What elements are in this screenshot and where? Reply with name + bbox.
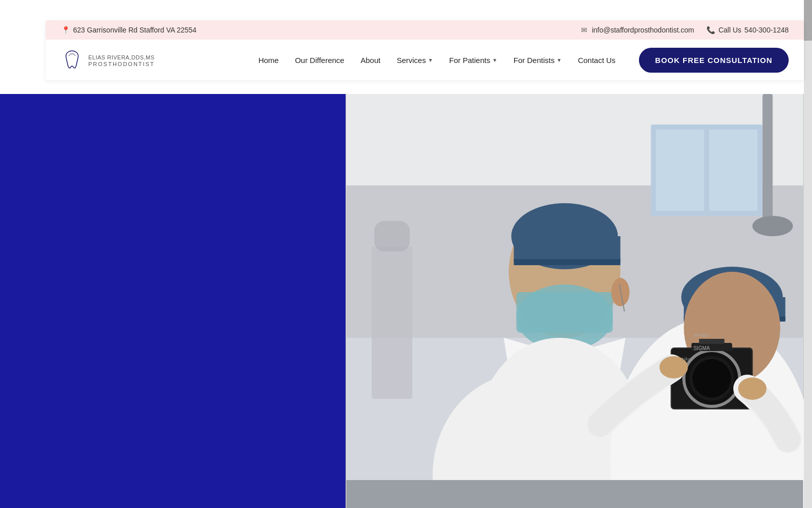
svg-rect-14	[517, 292, 613, 333]
nav-our-difference[interactable]: Our Difference	[287, 40, 352, 80]
nav-for-dentists[interactable]: For Dentists ▼	[505, 40, 570, 80]
logo-text: ELIAS RIVERA,DDS,MS PROSTHODONTIST	[88, 53, 155, 68]
main-content: SIGMA AF-500 Nikon	[0, 94, 804, 508]
svg-text:Nikon: Nikon	[682, 357, 693, 362]
svg-point-7	[753, 216, 793, 236]
services-chevron-icon: ▼	[428, 57, 433, 63]
phone-icon: 📞	[706, 25, 716, 35]
right-panel: SIGMA AF-500 Nikon	[346, 94, 804, 508]
nav-services[interactable]: Services ▼	[389, 40, 441, 80]
svg-rect-6	[763, 94, 773, 221]
scrollbar-thumb[interactable]	[804, 0, 812, 41]
pin-icon: 📍	[61, 25, 70, 35]
logo-name: ELIAS RIVERA,DDS,MS	[88, 53, 155, 61]
svg-rect-4	[656, 130, 704, 211]
nav-links: Home Our Difference About Services ▼ For…	[250, 40, 624, 80]
dental-scene-image: SIGMA AF-500 Nikon	[346, 94, 804, 508]
nav-about[interactable]: About	[352, 40, 388, 80]
svg-rect-11	[514, 236, 621, 262]
for-dentists-chevron-icon: ▼	[557, 57, 562, 63]
svg-rect-40	[372, 246, 413, 399]
book-consultation-button[interactable]: BOOK FREE CONSULTATION	[639, 48, 789, 73]
phone-contact[interactable]: 📞 Call Us 540-300-1248	[706, 25, 789, 35]
header: 📍 623 Garrisonville Rd Stafford VA 22554…	[46, 20, 804, 80]
svg-rect-39	[347, 480, 803, 508]
address-text: 623 Garrisonville Rd Stafford VA 22554	[73, 26, 196, 34]
phone-label: Call Us	[719, 26, 741, 34]
svg-rect-5	[709, 130, 758, 211]
address-section: 📍 623 Garrisonville Rd Stafford VA 22554	[61, 25, 196, 35]
nav-home[interactable]: Home	[250, 40, 287, 80]
nav-bar: ELIAS RIVERA,DDS,MS PROSTHODONTIST Home …	[46, 40, 804, 80]
logo[interactable]: ELIAS RIVERA,DDS,MS PROSTHODONTIST	[61, 49, 173, 71]
left-panel	[0, 94, 346, 508]
nav-contact-us[interactable]: Contact Us	[570, 40, 624, 80]
svg-rect-33	[699, 339, 725, 344]
for-patients-chevron-icon: ▼	[492, 57, 497, 63]
email-text: info@staffordprosthodontist.com	[592, 26, 694, 34]
logo-subtitle: PROSTHODONTIST	[88, 61, 155, 67]
svg-point-35	[738, 377, 767, 400]
email-icon: ✉	[580, 25, 589, 35]
contact-right: ✉ info@staffordprosthodontist.com 📞 Call…	[580, 25, 789, 35]
svg-point-29	[693, 359, 731, 398]
logo-icon	[61, 49, 83, 71]
svg-text:AF-500: AF-500	[694, 333, 709, 338]
scrollbar[interactable]	[804, 0, 812, 508]
email-contact[interactable]: ✉ info@staffordprosthodontist.com	[580, 25, 694, 35]
svg-rect-12	[514, 259, 621, 265]
svg-rect-41	[375, 221, 410, 251]
nav-for-patients[interactable]: For Patients ▼	[441, 40, 505, 80]
svg-text:SIGMA: SIGMA	[694, 345, 710, 351]
phone-number: 540-300-1248	[745, 26, 789, 34]
top-info-bar: 📍 623 Garrisonville Rd Stafford VA 22554…	[46, 20, 804, 40]
